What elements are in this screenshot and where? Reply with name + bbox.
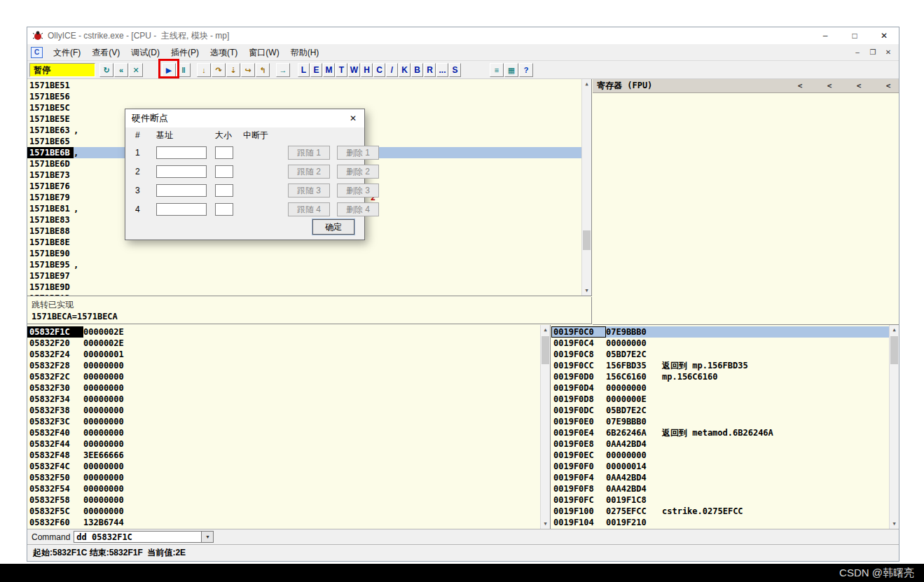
menu-item[interactable]: 文件(F) <box>48 45 86 60</box>
register-line[interactable]: ESI 05832E50 <box>597 162 899 174</box>
breakpoint-size-input[interactable] <box>215 165 233 178</box>
follow-button[interactable]: 跟随 1 <box>288 146 330 160</box>
stack-row[interactable]: 0019F0F8 0AA42BD4 <box>551 483 889 494</box>
register-line[interactable]: EAX 00000001 <box>597 95 899 106</box>
register-line[interactable]: ESP 0019F0C0 <box>597 140 899 151</box>
register-line[interactable]: A 0 SS 002B 32位 0(FFFFFFFF) <box>597 227 899 238</box>
chevron-left-icon[interactable]: < <box>795 81 805 90</box>
disasm-row[interactable]: 1571BE90 25 00410000 and eax, 4100 <box>27 248 581 259</box>
dump-row[interactable]: 05832F3C 00000000 <box>27 416 540 427</box>
stack-row[interactable]: 0019F0D8 0000000E <box>551 394 889 405</box>
restart-button[interactable]: ↻ <box>99 63 113 77</box>
stack-row[interactable]: 0019F0E0 07E9BBB0 <box>551 416 889 427</box>
stack-row[interactable]: 0019F0DC 05BD7E2C <box>551 405 889 416</box>
disasm-row[interactable]: 1571BE97 D986 1C010000 fld dword ptr [es… <box>27 270 581 282</box>
step-over-button[interactable]: ↷ <box>212 63 226 77</box>
scroll-down-icon[interactable]: ▼ <box>541 519 550 529</box>
appearance-button[interactable]: ▦ <box>504 63 518 77</box>
register-line[interactable]: EDI 07E9C144 <box>597 174 899 185</box>
goto-address-button[interactable]: → <box>276 63 290 77</box>
menu-item[interactable]: 查看(V) <box>86 45 125 60</box>
register-line[interactable]: EFL 00000206 (NO,NB,NE,A,NS,PE,GE,G) <box>597 298 899 310</box>
log-options-button[interactable]: ≡ <box>490 63 504 77</box>
dump-row[interactable]: 05832F40 00000000 <box>27 427 540 438</box>
disasm-row[interactable]: 1571BE51 E8 9A7AFFFF call 157138F0 <box>27 80 581 91</box>
register-line[interactable]: EIP 1571BE6B mp.1571BE6B <box>597 189 899 200</box>
stack-row[interactable]: 0019F0D4 00000000 <box>551 382 889 394</box>
follow-button[interactable]: 跟随 3 <box>288 183 330 198</box>
follow-button[interactable]: 跟随 2 <box>288 165 330 179</box>
registers-pane[interactable]: 寄存器 (FPU) <<<< EAX 00000001 ECX 05832E50… <box>593 79 899 325</box>
command-dropdown-icon[interactable]: ▼ <box>202 531 214 543</box>
dump-row[interactable]: 05832F54 00000000 <box>27 483 540 494</box>
dump-pane[interactable]: 05832F1C 0000002E 05832F20 0000002E 0583… <box>27 325 551 529</box>
mdi-close-button[interactable]: ✕ <box>881 48 896 56</box>
menu-item[interactable]: 选项(T) <box>205 45 243 60</box>
register-line[interactable]: EBP 00000000 <box>597 151 899 162</box>
menu-item[interactable]: 插件(P) <box>165 45 205 60</box>
view-run-trace-button[interactable]: ... <box>436 63 448 77</box>
stack-row[interactable]: 0019F100 0275EFCC cstrike.0275EFCC <box>551 506 889 517</box>
stack-row[interactable]: 0019F0CC 156FBD35 返回到 mp.156FBD35 <box>551 360 889 371</box>
step-into-button[interactable]: ↓ <box>197 63 211 77</box>
titlebar[interactable]: OllyICE - cstrike.exe - [CPU - 主线程, 模块 -… <box>27 27 899 44</box>
dump-row[interactable]: 05832F50 00000000 <box>27 472 540 483</box>
register-line[interactable]: C 0 ES 002B 32位 0(FFFFFFFF) <box>597 205 899 216</box>
scroll-down-icon[interactable]: ▼ <box>890 519 899 529</box>
breakpoint-address-input[interactable] <box>156 184 207 197</box>
view-handles-button[interactable]: H <box>361 63 373 77</box>
stack-row[interactable]: 0019F0EC 00000000 <box>551 450 889 461</box>
menu-item[interactable]: 调试(D) <box>125 45 165 60</box>
stack-row[interactable]: 0019F0C8 05BD7E2C <box>551 349 889 360</box>
menu-item[interactable]: 帮助(H) <box>285 45 325 60</box>
scroll-up-icon[interactable]: ▲ <box>890 325 899 335</box>
delete-button[interactable]: 删除 3 <box>337 183 379 198</box>
disasm-row[interactable]: 1571BE56 D89E B8000000 fcomp dword ptr [… <box>27 91 581 102</box>
follow-button[interactable]: 跟随 4 <box>288 202 330 216</box>
chevron-left-icon[interactable]: < <box>883 81 893 90</box>
scroll-up-icon[interactable]: ▲ <box>541 325 550 335</box>
stack-row[interactable]: 0019F0D0 156C6160 mp.156C6160 <box>551 371 889 382</box>
close-button[interactable]: ✕ <box>869 27 899 44</box>
breakpoint-address-input[interactable] <box>156 165 207 178</box>
view-windows-button[interactable]: W <box>348 63 360 77</box>
view-patches-button[interactable]: / <box>386 63 398 77</box>
scroll-up-icon[interactable]: ▲ <box>582 79 591 89</box>
dump-row[interactable]: 05832F30 00000000 <box>27 382 540 394</box>
ok-button[interactable]: 确定 <box>312 219 354 235</box>
breakpoint-size-input[interactable] <box>215 184 233 197</box>
view-log-button[interactable]: L <box>298 63 310 77</box>
dialog-close-icon[interactable]: ✕ <box>342 109 364 127</box>
dialog-titlebar[interactable]: 硬件断点 ✕ <box>125 109 364 127</box>
register-line[interactable]: EBX 00000000 <box>597 129 899 140</box>
stack-scrollbar[interactable]: ▲ ▼ <box>889 325 899 529</box>
animate-over-button[interactable]: ↪ <box>241 63 255 77</box>
dump-row[interactable]: 05832F24 00000001 <box>27 349 540 360</box>
register-line[interactable]: O 0 LastErr ERROR_SUCCESS (00000000) <box>597 283 899 294</box>
dump-row[interactable]: 05832F2C 00000000 <box>27 371 540 382</box>
view-breakpoints-button[interactable]: B <box>411 63 423 77</box>
delete-button[interactable]: 删除 2 <box>337 165 379 179</box>
minimize-button[interactable]: – <box>811 27 840 44</box>
breakpoint-size-input[interactable] <box>215 146 233 159</box>
terminate-button[interactable]: ✕ <box>129 63 143 77</box>
view-executables-button[interactable]: E <box>310 63 322 77</box>
delete-button[interactable]: 删除 1 <box>337 146 379 160</box>
mdi-restore-button[interactable]: ❐ <box>865 48 881 56</box>
register-line[interactable]: T 0 GS 002B 32位 0(FFFFFFFF) <box>597 261 899 272</box>
scroll-down-icon[interactable]: ▼ <box>582 286 591 296</box>
register-line[interactable]: Z 0 DS 002B 32位 0(FFFFFFFF) <box>597 238 899 249</box>
menu-item[interactable]: 窗口(W) <box>243 45 284 60</box>
dump-row[interactable]: 05832F48 3EE66666 <box>27 450 540 461</box>
view-references-button[interactable]: R <box>424 63 436 77</box>
pause-button[interactable]: ‖ <box>177 63 191 77</box>
dump-row[interactable]: 05832F5C 00000000 <box>27 506 540 517</box>
mdi-minimize-button[interactable]: – <box>850 48 865 56</box>
scroll-thumb[interactable] <box>583 230 591 250</box>
disasm-scrollbar[interactable]: ▲ ▼ <box>581 79 591 296</box>
register-line[interactable]: ST0 empty -27.879326831056516770 <box>597 314 899 325</box>
view-cpu-button[interactable]: C <box>373 63 385 77</box>
view-call-stack-button[interactable]: K <box>399 63 411 77</box>
register-line[interactable]: S 0 FS 0053 32位 24D000(FFF) <box>597 249 899 261</box>
cpu-window-icon[interactable]: C <box>31 47 43 58</box>
